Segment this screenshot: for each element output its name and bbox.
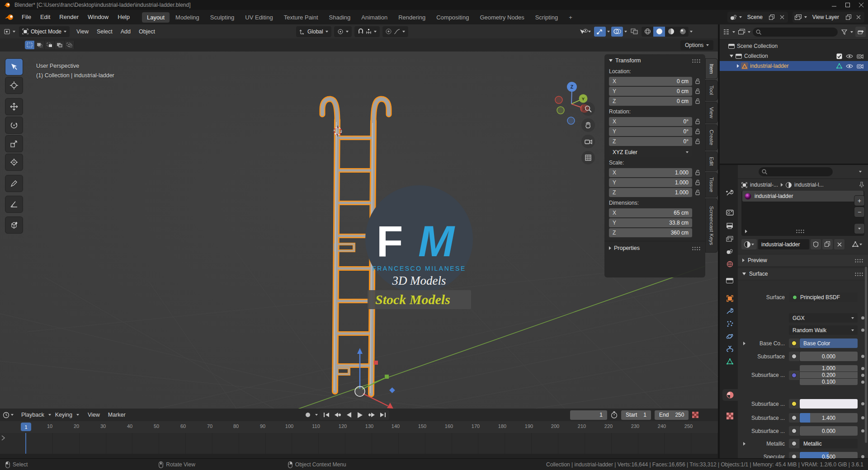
remove-icon[interactable] — [854, 13, 863, 21]
radius-x-field[interactable]: 1.000 — [800, 365, 858, 371]
pivot-point[interactable] — [334, 26, 352, 37]
input-socket[interactable] — [789, 399, 799, 409]
keyframe-dot-icon[interactable] — [861, 455, 864, 458]
surface-panel-header[interactable]: Surface — [738, 268, 868, 280]
rotation-y-field[interactable]: Y0° — [609, 127, 692, 136]
panel-grip-icon[interactable] — [692, 246, 701, 250]
copy-icon[interactable] — [768, 13, 776, 21]
keyframe-dot-icon[interactable] — [861, 329, 864, 332]
mode-selector[interactable]: Object Mode — [19, 26, 70, 37]
outliner-row-object[interactable]: industrial-ladder — [720, 61, 868, 71]
tool-scale[interactable] — [5, 136, 23, 152]
maximize-button[interactable] — [841, 1, 854, 9]
tool-move[interactable] — [5, 99, 23, 115]
workspace-tab-rendering[interactable]: Rendering — [393, 12, 430, 23]
keyframe-dot-icon[interactable] — [861, 355, 864, 358]
new-collection-button[interactable] — [855, 27, 866, 37]
tab-particles-icon[interactable] — [722, 318, 738, 329]
preview-panel-header[interactable]: Preview — [738, 254, 868, 267]
slot-specials-button[interactable] — [854, 224, 864, 234]
select-mode-extend-icon[interactable] — [35, 41, 45, 49]
input-socket[interactable] — [789, 352, 799, 361]
transform-panel-header[interactable]: Transform — [604, 54, 705, 66]
subsurface-ior-field[interactable]: 1.400 — [800, 413, 858, 423]
checkbox-icon[interactable] — [836, 53, 842, 59]
scene-icon[interactable] — [729, 13, 737, 21]
panel-grip-icon[interactable] — [854, 258, 863, 263]
menu-window[interactable]: Window — [83, 10, 113, 24]
stopwatch-icon[interactable] — [611, 411, 618, 418]
workspace-tab-texture-paint[interactable]: Texture Paint — [279, 12, 323, 23]
zoom-view-icon[interactable] — [581, 102, 595, 116]
camera-restrict-icon[interactable] — [857, 63, 863, 69]
xray-toggle[interactable] — [628, 27, 640, 37]
view-layer-name[interactable]: View Layer — [809, 14, 843, 20]
dimensions-z-field[interactable]: Z360 cm — [609, 228, 692, 237]
subsurface-value-field[interactable]: 0.000 — [800, 352, 858, 361]
editor-type-icon[interactable] — [4, 28, 12, 36]
remove-slot-button[interactable]: − — [854, 207, 864, 217]
tool-rotate[interactable] — [5, 117, 23, 133]
expand-icon[interactable] — [743, 442, 745, 446]
tab-texture-icon[interactable] — [722, 410, 738, 422]
close-button[interactable] — [854, 1, 868, 9]
copy-material-button[interactable] — [822, 239, 833, 249]
display-mode-icon[interactable] — [737, 28, 745, 36]
ortho-toggle-icon[interactable] — [581, 151, 595, 164]
pin-icon[interactable] — [859, 182, 864, 188]
current-frame-field[interactable]: 1 — [570, 410, 607, 420]
frame-start-field[interactable]: Start1 — [621, 410, 651, 420]
input-socket[interactable] — [789, 338, 799, 348]
sidebar-tab-edit[interactable]: Edit — [706, 152, 717, 171]
next-keyframe-button[interactable] — [366, 410, 377, 419]
chevron-down-icon[interactable] — [748, 31, 750, 33]
play-button[interactable] — [354, 410, 366, 419]
shading-material-button[interactable] — [665, 27, 677, 37]
workspace-tab-sculpting[interactable]: Sculpting — [205, 12, 239, 23]
workspace-tab-uv-editing[interactable]: UV Editing — [240, 12, 278, 23]
chevron-down-icon[interactable] — [804, 16, 807, 18]
channel-expand-icon[interactable] — [1, 435, 5, 441]
tool-measure[interactable] — [5, 196, 23, 212]
lock-icon[interactable] — [695, 98, 701, 104]
auto-keying-button[interactable] — [302, 410, 313, 419]
lock-icon[interactable] — [695, 189, 701, 196]
playhead-line[interactable] — [25, 433, 26, 454]
viewport-menu-view[interactable]: View — [72, 28, 93, 35]
rotation-x-field[interactable]: X0° — [609, 117, 692, 126]
panel-grip-icon[interactable] — [692, 59, 701, 63]
tool-annotate[interactable] — [5, 175, 23, 192]
gizmo-y-neg-axis[interactable] — [557, 107, 564, 114]
workspace-tab-shading[interactable]: Shading — [324, 12, 356, 23]
lock-icon[interactable] — [695, 88, 701, 94]
workspace-tab-scripting[interactable]: Scripting — [530, 12, 563, 23]
select-mode-invert-icon[interactable] — [55, 41, 65, 49]
chevron-down-icon[interactable] — [13, 31, 15, 33]
timeline-menu-view[interactable]: View — [84, 412, 104, 418]
tab-tool-icon[interactable] — [722, 187, 738, 198]
input-socket[interactable] — [789, 426, 799, 436]
camera-view-icon[interactable] — [581, 135, 595, 148]
breadcrumb-object[interactable]: industrial-... — [750, 182, 778, 188]
workspace-tab-modeling[interactable]: Modeling — [170, 12, 204, 23]
tab-physics-icon[interactable] — [722, 330, 738, 342]
chevron-down-icon[interactable] — [690, 31, 693, 33]
add-workspace-button[interactable]: + — [564, 12, 577, 23]
scene-name[interactable]: Scene — [744, 14, 766, 20]
material-slot-row[interactable]: industrial-ladder — [742, 191, 863, 202]
tab-material-icon[interactable] — [722, 389, 738, 401]
browse-material-button[interactable] — [741, 239, 757, 249]
base-color-link[interactable]: Base Color — [800, 338, 858, 348]
properties-panel-header[interactable]: Properties — [604, 241, 705, 253]
frame-end-field[interactable]: End250 — [655, 410, 689, 420]
menu-file[interactable]: File — [17, 10, 36, 24]
shading-solid-button[interactable] — [653, 27, 665, 37]
tab-collection-icon[interactable] — [722, 275, 738, 287]
view-layer-icon[interactable] — [794, 13, 802, 21]
tab-output-icon[interactable] — [722, 220, 738, 232]
tab-modifiers-icon[interactable] — [722, 305, 738, 317]
expand-icon[interactable] — [743, 342, 745, 345]
visibility-toggle[interactable] — [577, 27, 593, 37]
jump-to-end-button[interactable] — [377, 410, 388, 419]
lock-icon[interactable] — [695, 138, 701, 145]
